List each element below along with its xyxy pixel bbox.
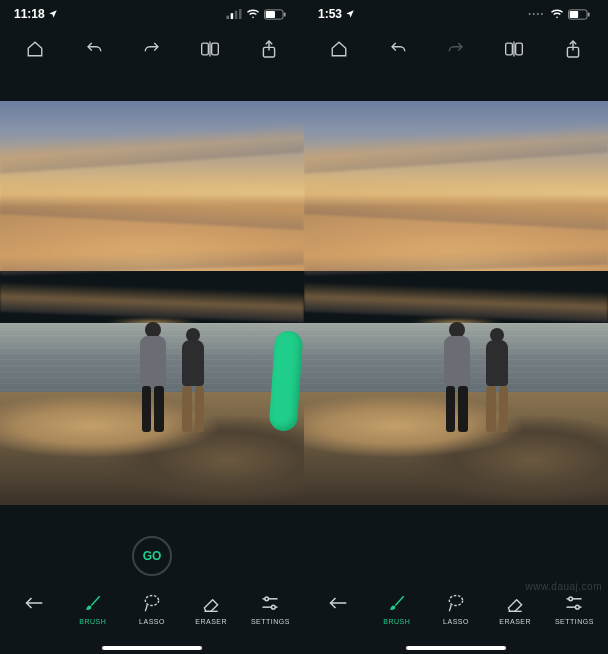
tool-label: ERASER xyxy=(499,618,531,625)
arrow-left-icon xyxy=(24,595,44,611)
svg-rect-24 xyxy=(570,11,578,18)
svg-point-20 xyxy=(537,13,539,15)
phone-screen-right: 1:53 xyxy=(304,0,608,654)
undo-icon xyxy=(389,40,407,58)
location-arrow-icon xyxy=(48,9,58,19)
home-icon xyxy=(330,40,348,58)
wifi-icon xyxy=(246,9,260,19)
svg-rect-1 xyxy=(231,13,234,19)
lasso-icon xyxy=(142,593,162,613)
svg-point-18 xyxy=(529,13,531,15)
sliders-icon xyxy=(260,594,280,612)
eraser-tool[interactable]: ERASER xyxy=(182,592,241,625)
brush-tool[interactable]: BRUSH xyxy=(63,592,122,625)
svg-point-19 xyxy=(533,13,535,15)
top-toolbar xyxy=(0,28,304,70)
svg-rect-8 xyxy=(202,43,209,55)
status-time: 1:53 xyxy=(318,7,342,21)
cellular-signal-icon xyxy=(528,9,546,19)
bottom-toolbar: BRUSH LASSO ERASER SETTINGS xyxy=(0,592,304,654)
photo-content xyxy=(0,101,304,505)
action-row xyxy=(304,536,608,592)
battery-icon xyxy=(568,9,590,20)
go-button-label: GO xyxy=(143,549,162,563)
cellular-signal-icon xyxy=(226,9,242,19)
undo-button[interactable] xyxy=(376,31,420,67)
svg-rect-0 xyxy=(227,16,230,19)
bottom-toolbar: BRUSH LASSO ERASER SETTINGS xyxy=(304,592,608,654)
home-button[interactable] xyxy=(317,31,361,67)
svg-point-17 xyxy=(272,605,276,609)
settings-tool[interactable]: SETTINGS xyxy=(545,592,604,625)
lasso-icon xyxy=(446,593,466,613)
home-icon xyxy=(26,40,44,58)
wifi-icon xyxy=(550,9,564,19)
brush-icon xyxy=(387,593,407,613)
tool-label: BRUSH xyxy=(383,618,410,625)
back-button[interactable] xyxy=(4,592,63,618)
top-toolbar xyxy=(304,28,608,70)
share-button[interactable] xyxy=(247,31,291,67)
redo-icon xyxy=(143,40,161,58)
svg-rect-25 xyxy=(588,12,590,16)
svg-rect-27 xyxy=(516,43,523,55)
svg-rect-2 xyxy=(235,11,238,19)
lasso-tool[interactable]: LASSO xyxy=(426,592,485,625)
arrow-left-icon xyxy=(328,595,348,611)
redo-icon xyxy=(447,40,465,58)
share-button[interactable] xyxy=(551,31,595,67)
canvas-area[interactable] xyxy=(304,70,608,536)
eraser-icon xyxy=(505,593,525,613)
undo-button[interactable] xyxy=(72,31,116,67)
tool-label: LASSO xyxy=(443,618,469,625)
lasso-tool[interactable]: LASSO xyxy=(122,592,181,625)
status-time: 11:18 xyxy=(14,7,45,21)
eraser-icon xyxy=(201,593,221,613)
svg-point-33 xyxy=(569,597,573,601)
brush-icon xyxy=(83,593,103,613)
photo-content xyxy=(304,101,608,505)
back-button[interactable] xyxy=(308,592,367,618)
status-bar: 1:53 xyxy=(304,0,608,28)
phone-screen-left: 11:18 xyxy=(0,0,304,654)
share-icon xyxy=(565,39,581,59)
home-button[interactable] xyxy=(13,31,57,67)
svg-point-30 xyxy=(449,596,462,606)
compare-button[interactable] xyxy=(492,31,536,67)
svg-point-22 xyxy=(556,17,558,19)
svg-point-21 xyxy=(541,13,543,15)
svg-rect-3 xyxy=(239,9,242,19)
compare-button[interactable] xyxy=(188,31,232,67)
svg-rect-6 xyxy=(266,11,275,18)
undo-icon xyxy=(85,40,103,58)
svg-rect-7 xyxy=(284,12,286,16)
location-arrow-icon xyxy=(345,9,355,19)
compare-icon xyxy=(200,40,220,58)
home-indicator[interactable] xyxy=(406,646,506,650)
redo-button xyxy=(434,31,478,67)
tool-label: SETTINGS xyxy=(251,618,290,625)
battery-icon xyxy=(264,9,286,20)
redo-button[interactable] xyxy=(130,31,174,67)
go-button[interactable]: GO xyxy=(132,536,172,576)
svg-rect-26 xyxy=(506,43,513,55)
svg-point-35 xyxy=(576,605,580,609)
brush-tool[interactable]: BRUSH xyxy=(367,592,426,625)
tool-label: LASSO xyxy=(139,618,165,625)
share-icon xyxy=(261,39,277,59)
svg-rect-9 xyxy=(212,43,219,55)
svg-point-12 xyxy=(145,596,158,606)
settings-tool[interactable]: SETTINGS xyxy=(241,592,300,625)
tool-label: BRUSH xyxy=(79,618,106,625)
eraser-tool[interactable]: ERASER xyxy=(486,592,545,625)
status-bar: 11:18 xyxy=(0,0,304,28)
sliders-icon xyxy=(564,594,584,612)
tool-label: ERASER xyxy=(195,618,227,625)
action-row: GO xyxy=(0,536,304,592)
home-indicator[interactable] xyxy=(102,646,202,650)
svg-point-15 xyxy=(265,597,269,601)
tool-label: SETTINGS xyxy=(555,618,594,625)
svg-point-4 xyxy=(252,17,254,19)
canvas-area[interactable] xyxy=(0,70,304,536)
compare-icon xyxy=(504,40,524,58)
